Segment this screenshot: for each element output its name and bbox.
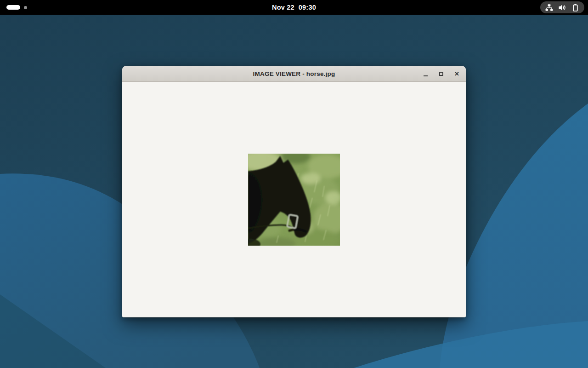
volume-icon bbox=[558, 4, 566, 12]
viewer-photo-horse bbox=[248, 154, 340, 246]
clock-date: Nov 22 bbox=[272, 4, 294, 11]
top-bar: Nov 22 09:30 bbox=[0, 0, 588, 15]
minimize-icon bbox=[424, 75, 428, 76]
system-status-area[interactable] bbox=[540, 1, 584, 13]
window-controls: ✕ bbox=[420, 66, 463, 82]
image-viewer-window: IMAGE VIEWER - horse.jpg ✕ bbox=[122, 66, 466, 317]
network-wired-icon bbox=[545, 4, 553, 12]
minimize-button[interactable] bbox=[420, 68, 431, 80]
close-button[interactable]: ✕ bbox=[451, 68, 463, 80]
viewer-content-area bbox=[122, 82, 466, 317]
window-title: IMAGE VIEWER - horse.jpg bbox=[253, 70, 335, 77]
window-titlebar[interactable]: IMAGE VIEWER - horse.jpg ✕ bbox=[122, 66, 466, 82]
close-icon: ✕ bbox=[454, 71, 459, 77]
maximize-button[interactable] bbox=[435, 68, 447, 80]
battery-icon bbox=[571, 4, 579, 12]
clock-time: 09:30 bbox=[299, 4, 316, 11]
maximize-icon bbox=[439, 72, 443, 76]
clock[interactable]: Nov 22 09:30 bbox=[0, 0, 588, 15]
